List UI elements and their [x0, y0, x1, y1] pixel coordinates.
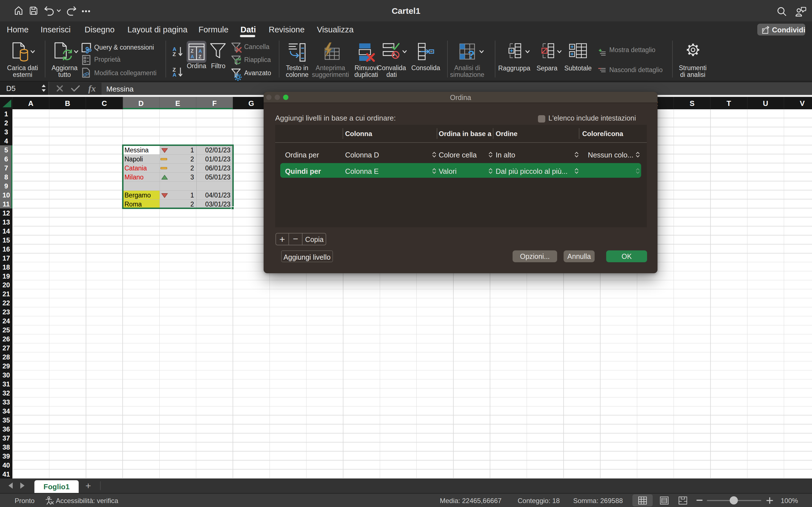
svg-text:A: A	[199, 48, 202, 54]
svg-text:Z: Z	[199, 54, 201, 59]
svg-text:A: A	[172, 72, 176, 78]
svg-text:?: ?	[468, 48, 474, 61]
svg-text:Z: Z	[191, 48, 193, 54]
svg-text:Z: Z	[172, 51, 176, 57]
svg-text:A: A	[191, 54, 194, 59]
